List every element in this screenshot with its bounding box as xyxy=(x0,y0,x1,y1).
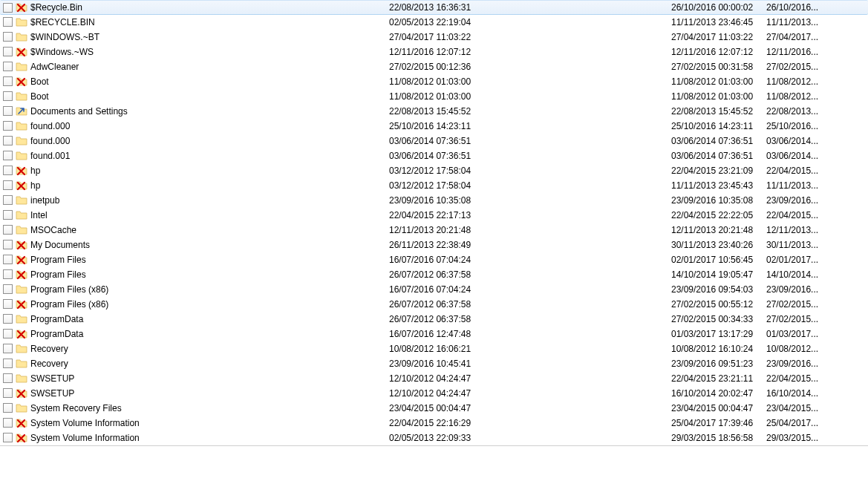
file-name: hp xyxy=(30,166,40,176)
table-row[interactable]: My Documents26/11/2013 22:38:4930/11/201… xyxy=(0,238,868,252)
row-checkbox[interactable] xyxy=(3,121,13,131)
date-created: 23/04/2015 00:04:47 xyxy=(389,403,671,413)
row-checkbox[interactable] xyxy=(3,106,13,116)
row-checkbox[interactable] xyxy=(3,329,13,338)
table-row[interactable]: System Volume Information02/05/2013 22:0… xyxy=(0,431,868,445)
file-name: $WINDOWS.~BT xyxy=(30,32,99,42)
date-modified: 29/03/2015 18:56:58 xyxy=(671,433,766,443)
date-modified: 02/01/2017 10:56:45 xyxy=(671,255,766,265)
table-row[interactable]: MSOCache12/11/2013 20:21:4812/11/2013 20… xyxy=(0,223,868,238)
row-checkbox[interactable] xyxy=(3,47,13,56)
table-row[interactable]: hp03/12/2012 17:58:0411/11/2013 23:45:43… xyxy=(0,178,868,193)
folder-icon xyxy=(16,91,27,102)
deleted-folder-icon xyxy=(16,239,27,251)
folder-icon xyxy=(16,61,27,73)
row-checkbox[interactable] xyxy=(3,76,13,86)
table-row[interactable]: Documents and Settings22/08/2013 15:45:5… xyxy=(0,104,868,119)
file-name: ProgramData xyxy=(30,314,83,324)
date-accessed: 22/04/2015... xyxy=(766,373,868,384)
table-row[interactable]: $Windows.~WS12/11/2016 12:07:1212/11/201… xyxy=(0,45,868,59)
row-checkbox[interactable] xyxy=(3,195,13,205)
row-checkbox[interactable] xyxy=(3,373,13,383)
row-checkbox[interactable] xyxy=(3,91,13,101)
row-checkbox[interactable] xyxy=(3,136,13,145)
row-checkbox[interactable] xyxy=(3,388,13,398)
table-row[interactable]: found.00003/06/2014 07:36:5103/06/2014 0… xyxy=(0,134,868,148)
date-modified: 26/10/2016 00:00:02 xyxy=(671,2,766,13)
row-checkbox[interactable] xyxy=(3,240,13,249)
file-name: Program Files (x86) xyxy=(30,299,108,310)
row-checkbox[interactable] xyxy=(3,314,13,324)
table-row[interactable]: Program Files (x86)26/07/2012 06:37:5827… xyxy=(0,297,868,312)
file-list[interactable]: $Recycle.Bin22/08/2013 16:36:3126/10/201… xyxy=(0,0,868,446)
date-created: 16/07/2016 12:47:48 xyxy=(389,329,671,339)
row-checkbox[interactable] xyxy=(3,3,13,13)
date-modified: 22/04/2015 23:21:09 xyxy=(671,166,766,176)
row-checkbox[interactable] xyxy=(3,299,13,309)
date-modified: 23/09/2016 09:51:23 xyxy=(671,359,766,369)
date-accessed: 23/09/2016... xyxy=(766,195,868,206)
table-row[interactable]: $WINDOWS.~BT27/04/2017 11:03:2227/04/201… xyxy=(0,30,868,45)
date-accessed: 30/11/2013... xyxy=(766,240,868,250)
file-name: SWSETUP xyxy=(30,388,74,399)
row-checkbox[interactable] xyxy=(3,403,13,413)
table-row[interactable]: System Recovery Files23/04/2015 00:04:47… xyxy=(0,401,868,416)
file-name: Documents and Settings xyxy=(30,106,128,117)
row-checkbox[interactable] xyxy=(3,284,13,294)
row-checkbox[interactable] xyxy=(3,433,13,442)
table-row[interactable]: ProgramData16/07/2016 12:47:4801/03/2017… xyxy=(0,327,868,341)
row-checkbox[interactable] xyxy=(3,269,13,279)
table-row[interactable]: Program Files (x86)16/07/2016 07:04:2423… xyxy=(0,282,868,297)
table-row[interactable]: Boot11/08/2012 01:03:0011/08/2012 01:03:… xyxy=(0,74,868,89)
table-row[interactable]: Intel22/04/2015 22:17:1322/04/2015 22:22… xyxy=(0,208,868,223)
date-created: 16/07/2016 07:04:24 xyxy=(389,284,671,295)
table-row[interactable]: ProgramData26/07/2012 06:37:5827/02/2015… xyxy=(0,312,868,327)
file-name: Program Files (x86) xyxy=(30,284,108,295)
date-created: 03/12/2012 17:58:04 xyxy=(389,166,671,176)
table-row[interactable]: Recovery10/08/2012 16:06:2110/08/2012 16… xyxy=(0,341,868,356)
table-row[interactable]: $Recycle.Bin22/08/2013 16:36:3126/10/201… xyxy=(0,0,868,15)
row-checkbox[interactable] xyxy=(3,210,13,220)
row-checkbox[interactable] xyxy=(3,255,13,264)
folder-icon xyxy=(16,150,27,162)
table-row[interactable]: SWSETUP12/10/2012 04:24:4722/04/2015 23:… xyxy=(0,371,868,386)
date-modified: 23/09/2016 09:54:03 xyxy=(671,284,766,295)
table-row[interactable]: Boot11/08/2012 01:03:0011/08/2012 01:03:… xyxy=(0,89,868,104)
table-row[interactable]: Program Files26/07/2012 06:37:5814/10/20… xyxy=(0,267,868,282)
row-checkbox[interactable] xyxy=(3,151,13,160)
date-modified: 03/06/2014 07:36:51 xyxy=(671,136,766,146)
file-name: SWSETUP xyxy=(30,373,74,384)
table-row[interactable]: System Volume Information22/04/2015 22:1… xyxy=(0,416,868,431)
date-modified: 27/02/2015 00:31:58 xyxy=(671,62,766,72)
table-row[interactable]: hp03/12/2012 17:58:0422/04/2015 23:21:09… xyxy=(0,163,868,178)
row-checkbox[interactable] xyxy=(3,32,13,42)
row-checkbox[interactable] xyxy=(3,17,13,27)
date-accessed: 12/11/2013... xyxy=(766,225,868,235)
date-accessed: 01/03/2017... xyxy=(766,329,868,339)
date-modified: 22/04/2015 22:22:05 xyxy=(671,210,766,220)
folder-icon xyxy=(16,373,27,385)
table-row[interactable]: found.00103/06/2014 07:36:5103/06/2014 0… xyxy=(0,148,868,163)
table-row[interactable]: Program Files16/07/2016 07:04:2402/01/20… xyxy=(0,252,868,267)
row-checkbox[interactable] xyxy=(3,418,13,428)
date-modified: 27/04/2017 11:03:22 xyxy=(671,32,766,42)
table-row[interactable]: $RECYCLE.BIN02/05/2013 22:19:0411/11/201… xyxy=(0,15,868,30)
folder-icon xyxy=(16,224,27,236)
folder-icon xyxy=(16,313,27,325)
row-checkbox[interactable] xyxy=(3,166,13,175)
date-created: 26/07/2012 06:37:58 xyxy=(389,299,671,310)
date-modified: 30/11/2013 23:40:26 xyxy=(671,240,766,250)
table-row[interactable]: SWSETUP12/10/2012 04:24:4716/10/2014 20:… xyxy=(0,386,868,401)
date-modified: 27/02/2015 00:34:33 xyxy=(671,314,766,324)
row-checkbox[interactable] xyxy=(3,359,13,368)
table-row[interactable]: found.00025/10/2016 14:23:1125/10/2016 1… xyxy=(0,119,868,134)
folder-icon xyxy=(16,120,27,132)
row-checkbox[interactable] xyxy=(3,62,13,71)
date-modified: 11/11/2013 23:46:45 xyxy=(671,17,766,27)
table-row[interactable]: inetpub23/09/2016 10:35:0823/09/2016 10:… xyxy=(0,193,868,208)
row-checkbox[interactable] xyxy=(3,225,13,235)
row-checkbox[interactable] xyxy=(3,180,13,190)
table-row[interactable]: AdwCleaner27/02/2015 00:12:3627/02/2015 … xyxy=(0,59,868,74)
table-row[interactable]: Recovery23/09/2016 10:45:4123/09/2016 09… xyxy=(0,356,868,371)
row-checkbox[interactable] xyxy=(3,344,13,353)
